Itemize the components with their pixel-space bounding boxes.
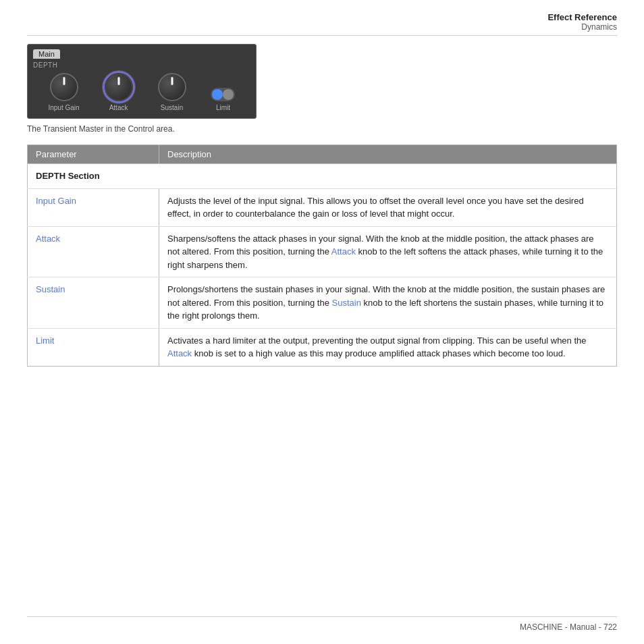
knob-sustain-indicator <box>171 77 173 85</box>
table-row-input-gain: Input Gain Adjusts the level of the inpu… <box>28 188 617 226</box>
col-header-parameter: Parameter <box>28 145 159 164</box>
col-header-description: Description <box>159 145 617 164</box>
header-divider <box>27 35 617 36</box>
link-sustain[interactable]: Sustain <box>36 284 65 294</box>
table-row-limit: Limit Activates a hard limiter at the ou… <box>28 328 617 366</box>
knob-input-gain-dial[interactable] <box>50 73 78 101</box>
table-header-row: Parameter Description <box>28 145 617 164</box>
limit-toggle[interactable] <box>211 88 235 101</box>
knob-input-gain: Input Gain <box>48 73 79 111</box>
main-content: Main DEPTH Input Gain Attack <box>27 44 617 367</box>
page-header: Effect Reference Dynamics <box>547 12 617 32</box>
table-row-attack: Attack Sharpens/softens the attack phase… <box>28 226 617 277</box>
control-caption: The Transient Master in the Control area… <box>27 124 617 134</box>
control-section-label: DEPTH <box>33 61 250 69</box>
knob-attack-indicator <box>117 77 119 85</box>
header-subtitle: Dynamics <box>547 22 617 32</box>
desc-sustain: Prolongs/shortens the sustain phases in … <box>159 277 617 329</box>
parameter-table: Parameter Description DEPTH Section Inpu… <box>27 144 617 367</box>
knob-sustain-label: Sustain <box>161 104 183 111</box>
toggle-circle-on <box>212 89 223 100</box>
knob-limit: Limit <box>211 88 235 111</box>
control-knobs: Input Gain Attack Sustain <box>33 73 250 111</box>
knob-sustain-dial[interactable] <box>158 73 186 101</box>
depth-section-header-row: DEPTH Section <box>28 164 617 189</box>
knob-attack: Attack <box>105 73 133 111</box>
desc-attack: Sharpens/softens the attack phases in yo… <box>159 226 617 277</box>
page-footer: MASCHINE - Manual - 722 <box>520 622 617 632</box>
link-sustain-inline[interactable]: Sustain <box>332 298 361 308</box>
depth-section-header-cell: DEPTH Section <box>28 164 617 189</box>
link-attack-inline[interactable]: Attack <box>331 246 356 257</box>
footer-divider <box>27 616 617 617</box>
knob-input-gain-indicator <box>63 77 65 85</box>
knob-attack-dial[interactable] <box>105 73 133 101</box>
knob-input-gain-label: Input Gain <box>48 104 79 111</box>
knob-limit-label: Limit <box>216 104 230 111</box>
param-input-gain: Input Gain <box>28 188 159 226</box>
desc-input-gain: Adjusts the level of the input signal. T… <box>159 188 617 226</box>
control-area-widget: Main DEPTH Input Gain Attack <box>27 44 257 119</box>
control-tab: Main <box>33 49 60 59</box>
table-row-sustain: Sustain Prolongs/shortens the sustain ph… <box>28 277 617 329</box>
link-attack[interactable]: Attack <box>36 234 60 244</box>
link-limit[interactable]: Limit <box>36 336 54 346</box>
link-attack-in-limit[interactable]: Attack <box>167 348 192 358</box>
knob-sustain: Sustain <box>158 73 186 111</box>
desc-limit: Activates a hard limiter at the output, … <box>159 328 617 366</box>
header-title: Effect Reference <box>547 12 617 22</box>
knob-attack-label: Attack <box>109 104 128 111</box>
param-attack: Attack <box>28 226 159 277</box>
param-sustain: Sustain <box>28 277 159 329</box>
toggle-circle-off <box>223 89 234 100</box>
param-limit: Limit <box>28 328 159 366</box>
link-input-gain[interactable]: Input Gain <box>36 196 76 206</box>
